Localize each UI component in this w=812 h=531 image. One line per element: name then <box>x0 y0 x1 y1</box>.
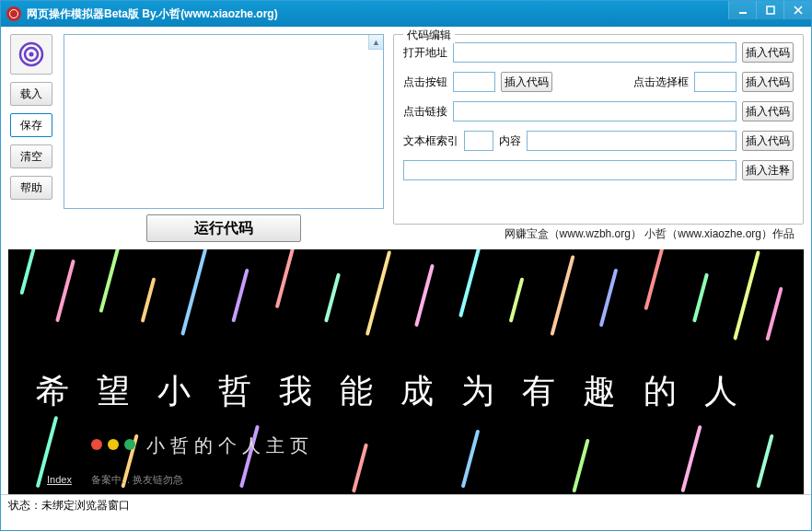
index-link[interactable]: Index <box>47 474 72 485</box>
title-bar: 网页操作模拟器Beta版 By.小哲(www.xiaozhe.org) <box>1 1 811 27</box>
main-panel: 载入 保存 清空 帮助 ▲ 运行代码 代码编辑 打开地址 插入代码 点击按钮 插… <box>1 27 811 249</box>
text-index-input[interactable] <box>464 131 493 151</box>
insert-click-select-button[interactable]: 插入代码 <box>742 72 794 92</box>
hero-text: 希望小哲我能成为有趣的人 <box>36 369 765 414</box>
content-input[interactable] <box>527 131 737 151</box>
code-edit-panel: 代码编辑 打开地址 插入代码 点击按钮 插入代码 点击选择框 插入代码 点击链接… <box>393 34 804 225</box>
window-title: 网页操作模拟器Beta版 By.小哲(www.xiaozhe.org) <box>27 6 728 22</box>
comment-row: 插入注释 <box>403 160 794 180</box>
credit-text: 网赚宝盒（www.wzbh.org） 小哲（www.xiaozhe.org）作品 <box>393 225 804 242</box>
click-link-row: 点击链接 插入代码 <box>403 101 794 121</box>
status-bar: 状态：未绑定浏览器窗口 <box>1 494 811 513</box>
open-url-input[interactable] <box>453 42 737 63</box>
minimize-button[interactable] <box>728 1 756 19</box>
app-icon <box>6 6 21 21</box>
click-button-label: 点击按钮 <box>403 75 447 90</box>
logo-button[interactable] <box>10 34 52 75</box>
textbox-row: 文本框索引 内容 插入代码 <box>403 131 794 151</box>
load-button[interactable]: 载入 <box>10 82 52 106</box>
run-code-button[interactable]: 运行代码 <box>146 214 301 242</box>
page-footer-links: Index 备案中... 换友链勿急 <box>47 473 183 487</box>
panel-legend: 代码编辑 <box>403 28 455 43</box>
maximize-button[interactable] <box>756 1 783 19</box>
clear-button[interactable]: 清空 <box>10 144 52 168</box>
window-buttons <box>728 1 811 27</box>
text-index-label: 文本框索引 <box>403 133 458 149</box>
open-url-row: 打开地址 插入代码 <box>403 42 794 63</box>
left-toolbar: 载入 保存 清空 帮助 <box>8 34 54 242</box>
insert-open-url-button[interactable]: 插入代码 <box>742 42 794 63</box>
footer-text: 备案中... 换友链勿急 <box>91 474 183 485</box>
click-button-input[interactable] <box>453 72 495 92</box>
click-link-input[interactable] <box>453 101 737 121</box>
browser-preview[interactable]: 希望小哲我能成为有趣的人 小哲的个人主页 Index 备案中... 换友链勿急 <box>8 249 804 494</box>
svg-line-3 <box>795 6 802 14</box>
close-button[interactable] <box>783 1 811 19</box>
traffic-lights-icon <box>91 439 135 450</box>
status-label: 状态： <box>8 499 41 512</box>
click-link-label: 点击链接 <box>403 104 447 120</box>
hero-subtitle: 小哲的个人主页 <box>146 433 314 458</box>
status-value: 未绑定浏览器窗口 <box>41 499 130 512</box>
svg-line-2 <box>795 6 802 14</box>
click-select-label: 点击选择框 <box>633 75 689 90</box>
open-url-label: 打开地址 <box>403 45 447 61</box>
code-textarea[interactable]: ▲ <box>64 34 384 209</box>
click-select-input[interactable] <box>694 72 737 92</box>
scroll-up-icon[interactable]: ▲ <box>368 35 383 50</box>
click-button-row: 点击按钮 插入代码 点击选择框 插入代码 <box>403 72 794 92</box>
insert-comment-button[interactable]: 插入注释 <box>742 160 794 180</box>
help-button[interactable]: 帮助 <box>10 176 52 200</box>
spiral-icon <box>17 40 45 68</box>
code-area: ▲ 运行代码 <box>64 34 384 242</box>
insert-click-link-button[interactable]: 插入代码 <box>742 101 794 121</box>
save-button[interactable]: 保存 <box>10 113 52 137</box>
svg-point-6 <box>29 52 34 57</box>
svg-rect-1 <box>767 6 774 14</box>
content-label: 内容 <box>499 133 521 149</box>
insert-click-button[interactable]: 插入代码 <box>501 72 552 92</box>
insert-textbox-button[interactable]: 插入代码 <box>742 131 794 151</box>
comment-input[interactable] <box>403 160 737 180</box>
